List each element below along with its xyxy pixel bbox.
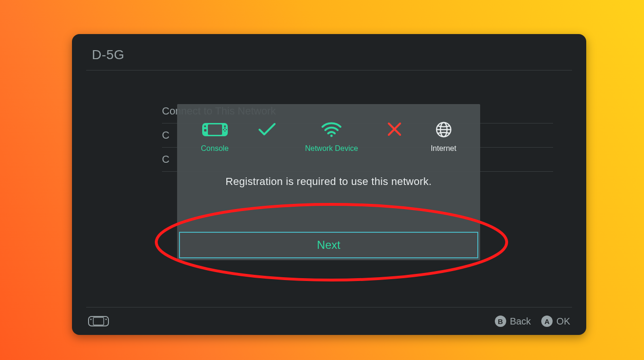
footer-controller-icon [88,316,109,326]
b-button-icon: B [495,316,506,327]
a-button-icon: A [541,316,553,327]
connection-dialog: Console [177,104,480,260]
dialog-message: Registration is required to use this net… [177,176,480,188]
next-button[interactable]: Next [179,232,478,258]
svg-point-5 [224,131,225,132]
svg-point-17 [106,319,107,320]
svg-point-8 [224,128,225,129]
next-button-label: Next [317,238,340,252]
svg-point-9 [331,135,333,137]
footer: B Back A OK [72,307,586,335]
status-network-device-label: Network Device [305,144,358,153]
svg-point-7 [225,129,227,131]
header-divider [86,70,572,70]
status-network-device: Network Device [305,121,358,153]
connection-status-row: Console [177,104,480,153]
back-hint[interactable]: B Back [495,316,531,327]
footer-hints: B Back A OK [495,316,570,327]
page-background: D-5G Connect to This Network C C [0,0,644,360]
svg-point-2 [204,125,206,127]
svg-rect-15 [93,317,104,325]
ok-hint[interactable]: A OK [541,316,570,327]
status-console: Console [201,121,229,153]
check-icon [258,120,277,138]
svg-point-4 [224,125,226,127]
svg-point-16 [90,319,92,320]
x-icon [387,120,402,138]
svg-rect-1 [208,124,222,135]
status-internet: Internet [430,121,456,153]
status-connection-1 [258,120,277,153]
console-icon [202,121,228,139]
ok-label: OK [556,316,570,327]
svg-rect-14 [89,316,108,326]
status-console-label: Console [201,144,229,153]
back-label: Back [510,316,531,327]
status-connection-2 [387,120,402,153]
page-title: D-5G [72,34,586,70]
svg-point-6 [223,129,224,131]
wifi-icon [321,121,342,139]
svg-rect-3 [204,129,206,132]
status-internet-label: Internet [430,144,456,153]
globe-icon [435,121,452,139]
console-screen: D-5G Connect to This Network C C [72,34,586,335]
